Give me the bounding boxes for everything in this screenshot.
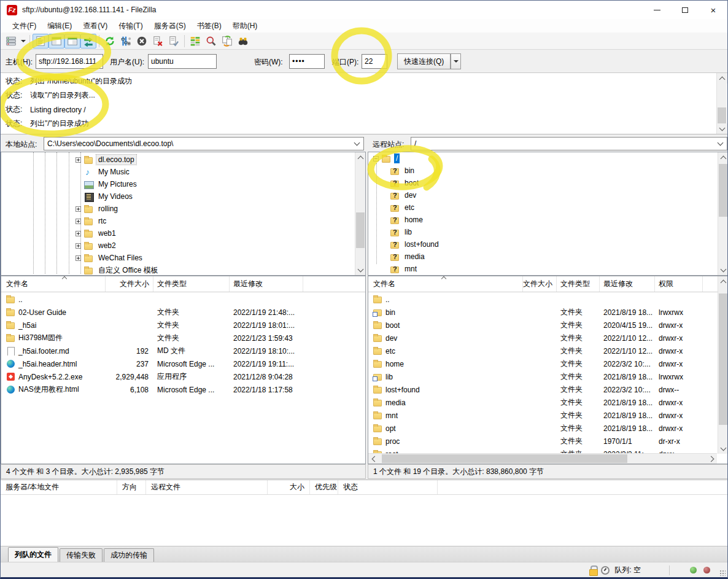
- column-header-filename[interactable]: 文件名: [1, 276, 106, 292]
- file-row[interactable]: _h5ai.footer.md 192 MD 文件 2022/1/19 18:1…: [1, 344, 365, 357]
- toggle-queue-button[interactable]: [80, 34, 96, 49]
- menu-item[interactable]: 文件(F): [7, 20, 42, 33]
- remote-tree-item[interactable]: media: [368, 251, 728, 263]
- site-manager-dropdown[interactable]: [19, 34, 27, 49]
- host-input[interactable]: [36, 54, 103, 69]
- synchronized-browsing-button[interactable]: [219, 34, 235, 49]
- remote-list-hscrollbar[interactable]: [368, 453, 717, 464]
- column-header-filesize[interactable]: 文件大小: [523, 276, 557, 292]
- resize-grip[interactable]: [719, 570, 726, 576]
- column-header-filetype[interactable]: 文件类型: [557, 276, 600, 292]
- queue-column-status[interactable]: 状态: [338, 480, 438, 494]
- site-manager-button[interactable]: [3, 34, 19, 49]
- toggle-remote-tree-button[interactable]: [64, 34, 80, 49]
- maximize-button[interactable]: [671, 1, 699, 19]
- local-tree-scrollbar[interactable]: [355, 152, 365, 275]
- password-input[interactable]: [289, 54, 325, 69]
- local-tree-item[interactable]: rtc: [1, 215, 365, 227]
- tree-collapse-icon[interactable]: [373, 156, 379, 161]
- remote-tree-item[interactable]: boot: [368, 177, 728, 189]
- file-row[interactable]: proc 文件夹 1970/1/1 dr-xr-x: [368, 435, 728, 448]
- speed-limit-icon[interactable]: [601, 566, 610, 575]
- queue-column-size[interactable]: 大小: [268, 480, 310, 494]
- quickconnect-dropdown[interactable]: [451, 53, 461, 69]
- local-path-combo[interactable]: C:\Users\ecoo\Documents\dl.ecoo.top\: [44, 137, 364, 150]
- remote-tree-root[interactable]: /: [368, 152, 728, 165]
- file-row[interactable]: boot 文件夹 2020/4/15 19... drwxr-x: [368, 319, 728, 332]
- menu-item[interactable]: 编辑(E): [42, 20, 77, 33]
- local-tree-item[interactable]: web1: [1, 227, 365, 239]
- queue-column-direction[interactable]: 方向: [117, 480, 146, 494]
- remote-tree-item[interactable]: dev: [368, 189, 728, 201]
- local-tree-item[interactable]: WeChat Files: [1, 252, 365, 264]
- remote-tree-item[interactable]: lost+found: [368, 238, 728, 251]
- quickconnect-button[interactable]: 快速连接(Q): [397, 53, 451, 69]
- queue-tab[interactable]: 列队的文件: [8, 547, 58, 562]
- tree-expand-icon[interactable]: [76, 219, 81, 224]
- column-header-filesize[interactable]: 文件大小: [106, 276, 153, 292]
- cancel-button[interactable]: [134, 34, 150, 49]
- minimize-button[interactable]: [643, 1, 671, 19]
- file-row[interactable]: lost+found 文件夹 2022/3/2 10:... drwx--: [368, 383, 728, 396]
- menu-item[interactable]: 传输(T): [113, 20, 148, 33]
- local-tree-item[interactable]: My Videos: [1, 190, 365, 203]
- file-row[interactable]: ..: [1, 293, 365, 306]
- queue-column-priority[interactable]: 优先级: [310, 480, 338, 494]
- file-row[interactable]: bin 文件夹 2021/8/19 18... lrwxrwx: [368, 306, 728, 319]
- file-row[interactable]: Hi3798M固件 文件夹 2022/1/23 1:59:43: [1, 332, 365, 344]
- tree-expand-icon[interactable]: [76, 157, 81, 163]
- file-row[interactable]: mnt 文件夹 2021/8/19 18... drwxr-x: [368, 409, 728, 422]
- remote-tree-item[interactable]: lib: [368, 226, 728, 238]
- local-tree-item[interactable]: 自定义 Office 模板: [1, 264, 365, 276]
- reconnect-button[interactable]: [166, 34, 182, 49]
- file-row[interactable]: dev 文件夹 2022/1/10 12... drwxr-x: [368, 332, 728, 344]
- file-row[interactable]: _h5ai 文件夹 2022/1/19 18:01:...: [1, 319, 365, 332]
- remote-tree-scrollbar[interactable]: [718, 152, 728, 275]
- remote-path-combo[interactable]: /: [411, 137, 727, 150]
- file-row[interactable]: opt 文件夹 2021/8/19 18... drwxr-x: [368, 422, 728, 435]
- file-row[interactable]: etc 文件夹 2022/1/10 12... drwxr-x: [368, 344, 728, 357]
- tree-expand-icon[interactable]: [76, 243, 81, 249]
- tree-expand-icon[interactable]: [76, 206, 81, 212]
- file-row[interactable]: home 文件夹 2022/3/2 10:... drwxr-x: [368, 357, 728, 370]
- local-tree-item[interactable]: My Pictures: [1, 178, 365, 190]
- column-header-filetype[interactable]: 文件类型: [153, 276, 230, 292]
- column-header-modified[interactable]: 最近修改: [230, 276, 303, 292]
- file-row[interactable]: 02-User Guide 文件夹 2022/1/19 21:48:...: [1, 306, 365, 319]
- port-input[interactable]: [362, 54, 387, 69]
- tree-expand-icon[interactable]: [76, 255, 81, 261]
- menu-item[interactable]: 服务器(S): [149, 20, 192, 33]
- local-tree-item[interactable]: My Music: [1, 166, 365, 178]
- queue-tab[interactable]: 传输失败: [60, 548, 103, 562]
- directory-comparison-button[interactable]: [187, 34, 203, 49]
- file-row[interactable]: lib 文件夹 2021/8/19 18... lrwxrwx: [368, 370, 728, 383]
- local-tree-item[interactable]: rolling: [1, 203, 365, 215]
- remote-tree-item[interactable]: home: [368, 214, 728, 226]
- queue-column-local-file[interactable]: 服务器/本地文件: [1, 480, 117, 494]
- close-button[interactable]: ×: [699, 1, 727, 19]
- remote-list-vscrollbar[interactable]: [718, 276, 728, 454]
- queue-column-remote-file[interactable]: 远程文件: [146, 480, 268, 494]
- transfer-settings-button[interactable]: [118, 34, 134, 49]
- remote-tree-item[interactable]: mnt: [368, 263, 728, 275]
- remote-tree-item[interactable]: bin: [368, 165, 728, 177]
- toggle-local-tree-button[interactable]: [48, 34, 64, 49]
- file-row[interactable]: AnyDesk+5.2.2.exe 2,929,448 应用程序 2021/12…: [1, 370, 365, 383]
- search-button[interactable]: [235, 34, 251, 49]
- tree-expand-icon[interactable]: [76, 231, 81, 236]
- menu-item[interactable]: 书签(B): [192, 20, 227, 33]
- file-row[interactable]: ..: [368, 293, 728, 306]
- column-header-modified[interactable]: 最近修改: [600, 276, 655, 292]
- file-row[interactable]: _h5ai.header.html 237 Microsoft Edge ...…: [1, 357, 365, 370]
- local-tree-item[interactable]: web2: [1, 239, 365, 252]
- menu-item[interactable]: 帮助(H): [227, 20, 263, 33]
- remote-tree-item[interactable]: etc: [368, 201, 728, 214]
- queue-tab[interactable]: 成功的传输: [104, 548, 154, 562]
- column-header-permissions[interactable]: 权限: [655, 276, 703, 292]
- toggle-message-log-button[interactable]: [33, 34, 48, 49]
- file-row[interactable]: NAS使用教程.html 6,108 Microsoft Edge ... 20…: [1, 383, 365, 396]
- menu-item[interactable]: 查看(V): [77, 20, 113, 33]
- disconnect-button[interactable]: [150, 34, 166, 49]
- local-tree-item[interactable]: dl.ecoo.top: [1, 153, 365, 166]
- log-scrollbar[interactable]: [716, 73, 727, 134]
